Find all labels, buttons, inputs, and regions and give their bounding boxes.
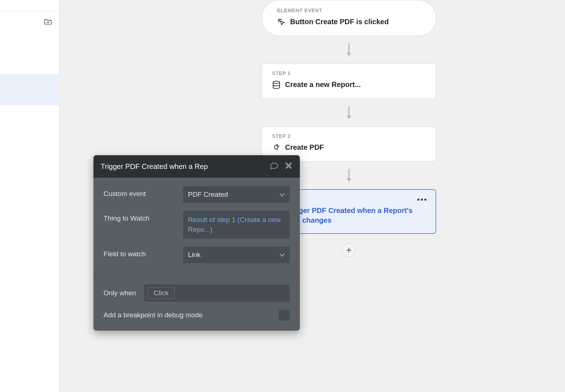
workflow-event-node[interactable]: ELEMENT EVENT Button Create PDF is click… (262, 0, 436, 36)
panel-header[interactable]: Trigger PDF Created when a Rep (93, 155, 300, 178)
svg-line-6 (278, 146, 279, 147)
sidebar-top-strip (0, 0, 59, 12)
node-title: Create a new Report... (285, 80, 361, 90)
field-label-field-to-watch: Field to watch (104, 247, 183, 258)
chevron-down-icon (280, 251, 285, 259)
thing-to-watch-select[interactable]: Result of step 1 (Create a new Repo...) (183, 211, 290, 239)
breakpoint-label: Add a breakpoint in debug mode (104, 311, 203, 319)
node-title: Button Create PDF is clicked (290, 17, 389, 27)
left-sidebar (0, 0, 60, 392)
only-when-label: Only when (104, 289, 144, 297)
svg-point-3 (273, 81, 280, 83)
thing-to-watch-value: Result of step 1 (Create a new Repo...) (188, 216, 281, 233)
node-more-icon[interactable]: ••• (417, 195, 428, 204)
close-icon[interactable] (285, 162, 293, 171)
only-when-placeholder[interactable]: Click (148, 287, 175, 299)
panel-title: Trigger PDF Created when a Rep (101, 162, 208, 171)
new-folder-icon[interactable] (44, 18, 52, 25)
custom-event-select[interactable]: PDF Created (183, 186, 290, 203)
cursor-click-icon (277, 18, 286, 28)
flow-arrow (346, 43, 352, 57)
field-to-watch-value: Link (188, 251, 201, 258)
sidebar-selected-item[interactable] (0, 74, 60, 105)
plug-icon (272, 143, 281, 153)
node-title: Create PDF (285, 143, 324, 152)
database-icon (272, 80, 281, 91)
field-label-custom-event: Custom event (104, 186, 183, 198)
flow-arrow (346, 168, 352, 183)
comment-icon[interactable] (270, 161, 279, 172)
node-tag: STEP 1 (272, 70, 426, 76)
node-tag: STEP 2 (272, 133, 426, 139)
breakpoint-checkbox[interactable] (279, 310, 290, 321)
property-panel: Trigger PDF Created when a Rep Custom ev… (93, 155, 300, 331)
chevron-down-icon (280, 191, 285, 199)
node-tag: ELEMENT EVENT (277, 8, 421, 13)
field-label-thing-to-watch: Thing to Watch (104, 211, 183, 222)
only-when-input[interactable]: Click (144, 284, 290, 302)
field-to-watch-select[interactable]: Link (183, 247, 290, 263)
workflow-step-node[interactable]: STEP 1 Create a new Report... (262, 64, 436, 99)
flow-arrow (346, 105, 352, 120)
workflow-canvas: ELEMENT EVENT Button Create PDF is click… (60, 0, 565, 392)
add-step-button[interactable] (342, 243, 356, 257)
node-title: Trigger PDF Created when a Report's Link… (285, 206, 425, 225)
custom-event-value: PDF Created (188, 191, 228, 198)
